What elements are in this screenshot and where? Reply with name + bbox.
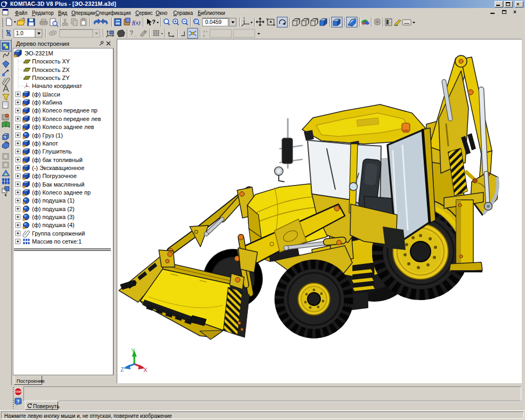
svg-text:(ф) подушка (4): (ф) подушка (4) [32,222,75,228]
svg-text:(ф) Капот: (ф) Капот [32,140,58,147]
svg-text:...: ... [133,33,137,38]
svg-text:1.0: 1.0 [16,30,23,36]
svg-text:(ф) подушка (3): (ф) подушка (3) [32,214,75,220]
svg-text:Z: Z [120,366,124,373]
svg-text:(-) Экскавационное: (-) Экскавационное [32,165,84,171]
svg-text:(ф) Колесо заднее пр: (ф) Колесо заднее пр [32,189,91,196]
svg-text:(ф) Бак маслянный: (ф) Бак маслянный [32,181,84,188]
svg-text:(ф) Кабина: (ф) Кабина [32,99,62,106]
svg-text:0.0459: 0.0459 [205,19,222,25]
svg-text:(ф) Колесо переднее лев: (ф) Колесо переднее лев [32,116,101,122]
svg-text:Группа сопряжений: Группа сопряжений [32,230,85,237]
svg-text:Y: Y [131,348,135,354]
svg-text:(ф) Груз (1): (ф) Груз (1) [32,132,63,139]
svg-text:Массив по сетке:1: Массив по сетке:1 [32,238,82,245]
svg-text:f(x): f(x) [132,19,141,26]
svg-text:X: X [203,34,206,38]
svg-text:(ф) Шасси: (ф) Шасси [32,91,60,98]
svg-text:Начало координат: Начало координат [32,83,82,89]
svg-text:(ф) Колесо переднее пр: (ф) Колесо переднее пр [32,107,98,114]
svg-text:(ф) бак топливный: (ф) бак топливный [32,157,83,163]
svg-text:Плоскость ZX: Плоскость ZX [32,67,70,73]
svg-text:(ф) подушка (2): (ф) подушка (2) [32,206,75,212]
svg-text:ЭО-2321М: ЭО-2321М [25,50,53,56]
svg-text:(ф) Глушитель: (ф) Глушитель [32,148,72,155]
svg-text:Плоскость XY: Плоскость XY [32,58,70,64]
svg-text:(ф) Погрузочное: (ф) Погрузочное [32,173,77,179]
svg-text:?: ? [17,399,20,404]
svg-text:Плоскость ZY: Плоскость ZY [32,75,70,81]
svg-text:STOP: STOP [15,391,21,393]
svg-text:(ф) Колесо заднее лев: (ф) Колесо заднее лев [32,124,94,130]
svg-text:(ф) подушка (1): (ф) подушка (1) [32,197,75,204]
svg-text:X: X [143,367,148,373]
svg-text:?: ? [152,19,156,25]
